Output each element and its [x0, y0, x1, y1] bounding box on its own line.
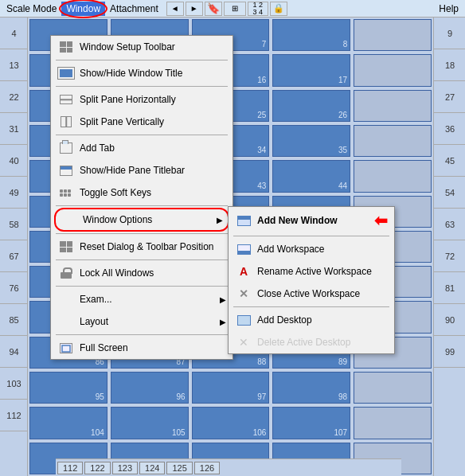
- separator-6: [56, 259, 228, 260]
- menu-window-options[interactable]: Window Options ▶: [54, 208, 229, 232]
- forward-btn[interactable]: ►: [186, 2, 203, 16]
- right-num-99: 99: [434, 336, 465, 368]
- menu-split-pane-h-label: Split Pane Horizontally: [80, 94, 226, 105]
- lock-icon: [57, 266, 75, 280]
- right-num-63: 63: [434, 209, 465, 240]
- bottom-num-126[interactable]: 126: [194, 462, 220, 474]
- right-sidebar: 9 18 27 36 45 54 63 72 81 90 99: [433, 18, 465, 476]
- menu-window-options-label: Window Options: [83, 214, 213, 225]
- reset-icon: [57, 240, 75, 254]
- softkeys-icon: [57, 185, 75, 200]
- menu-item-scalemode[interactable]: Scale Mode: [2, 2, 61, 16]
- menu-full-screen-label: Full Screen: [80, 342, 226, 353]
- menu-split-pane-h[interactable]: Split Pane Horizontally: [51, 88, 232, 111]
- tile-98[interactable]: 98: [272, 372, 350, 404]
- submenu-rename-active-workspace[interactable]: A Rename Active Workspace: [229, 260, 394, 283]
- tile-26[interactable]: 26: [272, 90, 350, 122]
- menu-toggle-soft-keys-label: Toggle Soft Keys: [80, 187, 226, 198]
- separator-1: [56, 60, 228, 60]
- submenu-close-active-workspace[interactable]: ✕ Close Active Workspace: [229, 283, 394, 305]
- submenu-delete-active-desktop[interactable]: ✕ Delete Active Desktop: [229, 331, 394, 353]
- sidebar-num-103: 103: [0, 368, 28, 400]
- numpad-btn[interactable]: 1 23 4: [248, 2, 268, 16]
- menu-show-hide-window-title[interactable]: Show/Hide Window Title: [51, 62, 232, 84]
- menu-item-attachment[interactable]: Attachment: [105, 2, 163, 16]
- tile-44[interactable]: 44: [272, 160, 350, 192]
- rename-icon: A: [235, 264, 252, 279]
- layout-btn[interactable]: ⊞: [224, 2, 246, 16]
- bookmark-btn[interactable]: 🔖: [205, 2, 222, 16]
- menu-item-window[interactable]: Window: [61, 2, 105, 16]
- menu-window-setup-toolbar[interactable]: Window Setup Toolbar: [51, 36, 232, 58]
- submenu-add-desktop[interactable]: Add Desktop: [229, 309, 394, 331]
- tile-104[interactable]: 104: [29, 407, 107, 439]
- sidebar-num-67: 67: [0, 240, 28, 272]
- menu-split-pane-v-label: Split Pane Vertically: [80, 116, 226, 127]
- tile-105[interactable]: 105: [111, 407, 189, 439]
- bottom-num-122[interactable]: 122: [84, 462, 110, 474]
- menu-show-hide-pane-titlebar[interactable]: Show/Hide Pane Titlebar: [51, 159, 232, 181]
- submenu-close-active-workspace-label: Close Active Workspace: [257, 288, 388, 299]
- menu-bar: Scale Mode Window Attachment ◄ ► 🔖 ⊞ 1 2…: [0, 0, 465, 18]
- exam-icon: [57, 292, 75, 306]
- main-area: 4 13 22 31 40 49 58 67 76 85 94 103 112 …: [0, 18, 465, 476]
- menu-exam[interactable]: Exam... ▶: [51, 288, 232, 310]
- delete-desktop-icon: ✕: [235, 335, 252, 349]
- separator-3: [56, 135, 228, 135]
- window-options-submenu: Add New Window ⬅ Add Workspace: [228, 206, 395, 354]
- right-num-36: 36: [434, 113, 465, 145]
- menu-lock-all-windows[interactable]: Lock All Windows: [51, 262, 232, 284]
- sidebar-num-85: 85: [0, 304, 28, 336]
- sidebar-num-58: 58: [0, 209, 28, 240]
- menu-lock-all-windows-label: Lock All Windows: [80, 267, 226, 279]
- left-sidebar: 4 13 22 31 40 49 58 67 76 85 94 103 112: [0, 18, 28, 476]
- tile-106[interactable]: 106: [192, 407, 270, 439]
- tile-8[interactable]: 8: [272, 19, 350, 51]
- menu-split-pane-v[interactable]: Split Pane Vertically: [51, 111, 232, 133]
- submenu-add-workspace[interactable]: Add Workspace: [229, 238, 394, 260]
- separator-4: [56, 205, 228, 206]
- grid-icon: [57, 40, 75, 54]
- menu-show-hide-window-title-label: Show/Hide Window Title: [80, 68, 226, 79]
- tile-empty4: [354, 125, 432, 157]
- separator-8: [56, 334, 228, 335]
- tile-empty12: [354, 407, 432, 439]
- tile-empty1: [354, 19, 432, 51]
- bottom-num-124[interactable]: 124: [139, 462, 165, 474]
- split-h-icon: [57, 92, 75, 107]
- tile-107[interactable]: 107: [272, 407, 350, 439]
- menu-add-tab[interactable]: Add Tab: [51, 137, 232, 159]
- split-v-icon: [57, 115, 75, 129]
- bottom-num-123[interactable]: 123: [112, 462, 138, 474]
- right-num-81: 81: [434, 272, 465, 304]
- fullscreen-icon: [57, 341, 75, 355]
- menu-toggle-soft-keys[interactable]: Toggle Soft Keys: [51, 181, 232, 204]
- showhide-icon: [57, 66, 75, 80]
- back-btn[interactable]: ◄: [166, 2, 184, 16]
- tile-95[interactable]: 95: [29, 372, 107, 404]
- bottom-bar: 112 122 123 124 125 126: [56, 458, 401, 476]
- bottom-num-125[interactable]: 125: [166, 462, 192, 474]
- tab-icon: [57, 141, 75, 155]
- menu-full-screen[interactable]: Full Screen: [51, 337, 232, 359]
- sub-sep-1: [233, 236, 389, 236]
- tile-97[interactable]: 97: [192, 372, 270, 404]
- submenu-add-new-window[interactable]: Add New Window ⬅: [229, 207, 394, 234]
- close-workspace-icon: ✕: [235, 287, 252, 301]
- add-window-icon: [235, 213, 252, 228]
- window-options-icon: [61, 213, 78, 227]
- toolbar-icons: ◄ ► 🔖 ⊞ 1 23 4 🔒: [166, 2, 287, 16]
- layout-icon: [57, 314, 75, 329]
- sidebar-num-22: 22: [0, 81, 28, 113]
- tile-17[interactable]: 17: [272, 54, 350, 86]
- menu-show-hide-pane-titlebar-label: Show/Hide Pane Titlebar: [80, 165, 226, 176]
- tile-35[interactable]: 35: [272, 125, 350, 157]
- lock-btn[interactable]: 🔒: [270, 2, 287, 16]
- menu-reset-dialog[interactable]: Reset Dialog & Toolbar Position: [51, 236, 232, 258]
- submenu-add-new-window-label: Add New Window: [257, 215, 371, 226]
- menu-item-help[interactable]: Help: [434, 2, 463, 16]
- tile-empty11: [354, 372, 432, 404]
- menu-layout[interactable]: Layout ▶: [51, 310, 232, 333]
- bottom-num-112[interactable]: 112: [57, 462, 83, 474]
- tile-96[interactable]: 96: [111, 372, 189, 404]
